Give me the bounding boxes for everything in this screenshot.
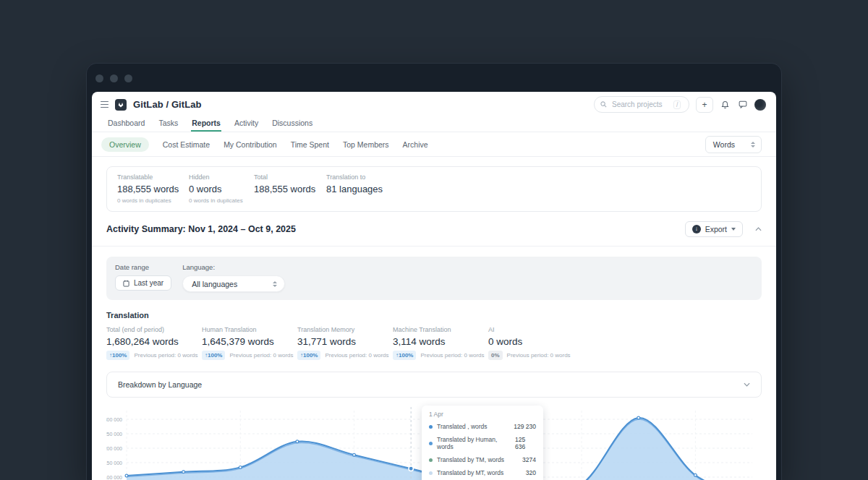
stat-translatable: Translatable 188,555 words 0 words in du… bbox=[117, 173, 189, 204]
chart-tooltip: 1 Apr Translated , words129 230 Translat… bbox=[422, 406, 543, 480]
tooltip-row: Translated by MT, words320 bbox=[429, 466, 536, 479]
stat-total-period: Total (end of period) 1,680,264 words ↑1… bbox=[106, 326, 202, 360]
create-new-button[interactable]: + bbox=[696, 97, 713, 113]
activity-summary-title: Activity Summary: Nov 1, 2024 – Oct 9, 2… bbox=[106, 224, 296, 234]
svg-text:100 000: 100 000 bbox=[106, 475, 122, 480]
chevron-up-icon bbox=[755, 227, 762, 231]
subtab-cost-estimate[interactable]: Cost Estimate bbox=[163, 140, 210, 149]
stat-ai: AI 0 words 0%Previous period: 0 words bbox=[488, 326, 584, 360]
hamburger-menu-icon[interactable] bbox=[101, 101, 109, 108]
window-dot[interactable] bbox=[110, 74, 118, 82]
subtab-top-members[interactable]: Top Members bbox=[343, 140, 389, 149]
project-logo[interactable] bbox=[115, 99, 127, 111]
subtab-archive[interactable]: Archive bbox=[403, 140, 428, 149]
translation-heading: Translation bbox=[106, 311, 762, 320]
window-controls bbox=[95, 74, 132, 82]
language-select[interactable]: All languages bbox=[182, 275, 285, 292]
subtab-time-spent[interactable]: Time Spent bbox=[291, 140, 329, 149]
window-dot[interactable] bbox=[124, 74, 132, 82]
notifications-bell-icon[interactable] bbox=[720, 99, 731, 110]
date-range-filter: Date range Last year bbox=[115, 263, 171, 292]
trend-badge: ↑100% bbox=[393, 351, 416, 360]
page-title: GitLab / GitLab bbox=[133, 99, 202, 110]
tab-tasks[interactable]: Tasks bbox=[158, 117, 179, 132]
language-filter: Language: All languages bbox=[182, 263, 285, 292]
series-dot-icon bbox=[429, 442, 433, 445]
app-panel: GitLab / GitLab / + Dashboard Tasks Repo… bbox=[92, 92, 776, 480]
stat-translation-memory: Translation Memory 31,771 words ↑100%Pre… bbox=[297, 326, 393, 360]
tooltip-row: Translated by Human, words125 636 bbox=[429, 433, 536, 453]
trend-badge: ↑100% bbox=[297, 351, 320, 360]
select-caret-icon bbox=[273, 281, 277, 287]
project-summary-card: Translatable 188,555 words 0 words in du… bbox=[106, 166, 762, 212]
units-select[interactable]: Words bbox=[705, 136, 762, 153]
stat-human-translation: Human Translation 1,645,379 words ↑100%P… bbox=[202, 326, 297, 360]
svg-text:250 000: 250 000 bbox=[106, 432, 122, 437]
series-dot-icon bbox=[429, 425, 433, 429]
stat-hidden: Hidden 0 words 0 words in duplicates bbox=[189, 173, 254, 204]
export-download-icon: ↓ bbox=[692, 225, 701, 233]
tooltip-date: 1 Apr bbox=[429, 411, 536, 418]
tooltip-row: Translated by TM, words3274 bbox=[429, 453, 536, 466]
series-dot-icon bbox=[429, 458, 433, 462]
breakdown-by-language-toggle[interactable]: Breakdown by Language bbox=[106, 372, 762, 398]
search-input[interactable] bbox=[610, 100, 670, 109]
export-button[interactable]: ↓ Export bbox=[685, 221, 743, 237]
trend-badge: 0% bbox=[488, 351, 503, 360]
svg-text:150 000: 150 000 bbox=[106, 460, 122, 466]
tab-discussions[interactable]: Discussions bbox=[271, 117, 313, 132]
subtab-my-contribution[interactable]: My Contribution bbox=[224, 140, 277, 149]
series-dot-icon bbox=[429, 471, 433, 475]
messages-icon[interactable] bbox=[737, 99, 748, 110]
stat-total: Total 188,555 words bbox=[254, 173, 326, 204]
stat-machine-translation: Machine Translation 3,114 words ↑100%Pre… bbox=[393, 326, 488, 360]
trend-badge: ↑100% bbox=[106, 351, 129, 360]
export-caret-icon bbox=[731, 228, 736, 231]
select-caret-icon bbox=[751, 142, 755, 147]
tab-dashboard[interactable]: Dashboard bbox=[107, 117, 145, 132]
project-tabs: Dashboard Tasks Reports Activity Discuss… bbox=[92, 116, 776, 132]
window-dot[interactable] bbox=[95, 74, 103, 82]
search-shortcut-key: / bbox=[673, 100, 681, 109]
tooltip-row: Translated , words129 230 bbox=[429, 420, 536, 433]
subtab-overview[interactable]: Overview bbox=[101, 137, 149, 152]
report-subtabs: Overview Cost Estimate My Contribution T… bbox=[92, 132, 776, 157]
activity-chart: 300 000250 000200 000150 000100 00050 00… bbox=[106, 401, 762, 480]
tab-activity[interactable]: Activity bbox=[234, 117, 259, 132]
tab-reports[interactable]: Reports bbox=[191, 117, 221, 132]
user-avatar[interactable] bbox=[754, 99, 766, 111]
calendar-icon bbox=[123, 280, 129, 287]
search-icon bbox=[600, 101, 607, 108]
svg-text:200 000: 200 000 bbox=[106, 446, 122, 451]
chevron-down-icon bbox=[744, 382, 750, 387]
search-box[interactable]: / bbox=[594, 96, 689, 113]
svg-text:300 000: 300 000 bbox=[106, 417, 122, 422]
translation-stats-row: Total (end of period) 1,680,264 words ↑1… bbox=[106, 326, 762, 360]
filter-bar: Date range Last year Language: All langu… bbox=[106, 257, 762, 300]
stat-translation-to: Translation to 81 languages bbox=[326, 173, 398, 204]
browser-window: GitLab / GitLab / + Dashboard Tasks Repo… bbox=[87, 64, 781, 480]
date-range-button[interactable]: Last year bbox=[115, 275, 171, 291]
units-select-value: Words bbox=[713, 140, 735, 149]
activity-summary-header: Activity Summary: Nov 1, 2024 – Oct 9, 2… bbox=[92, 212, 776, 247]
trend-badge: ↑100% bbox=[202, 351, 225, 360]
app-header: GitLab / GitLab / + bbox=[92, 92, 776, 116]
collapse-section-button[interactable] bbox=[755, 227, 762, 231]
